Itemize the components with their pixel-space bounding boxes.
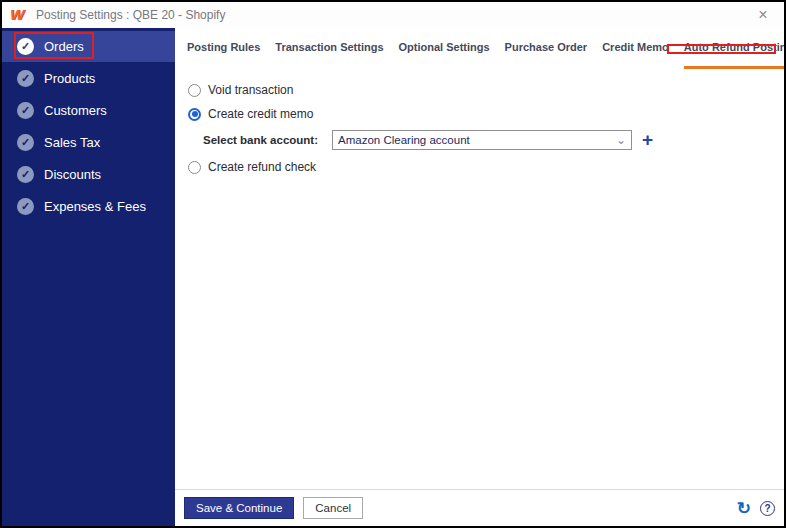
tab-label: Auto Refund Posting	[684, 41, 784, 53]
add-bank-account-button[interactable]: +	[642, 131, 653, 149]
sidebar-item-label: Sales Tax	[44, 135, 100, 150]
check-circle-icon: ✓	[17, 134, 34, 151]
tab-posting-rules[interactable]: Posting Rules	[187, 41, 260, 69]
auto-refund-settings-content: Void transaction Create credit memo Sele…	[175, 69, 784, 175]
sidebar-item-label: Expenses & Fees	[44, 199, 146, 214]
option-create-credit-memo[interactable]: Create credit memo	[188, 106, 784, 122]
radio-create-credit-memo[interactable]	[188, 108, 201, 121]
tab-purchase-order[interactable]: Purchase Order	[505, 41, 588, 69]
sidebar-item-sales-tax[interactable]: ✓ Sales Tax	[2, 127, 175, 158]
sidebar-item-products[interactable]: ✓ Products	[2, 63, 175, 94]
radio-label: Create credit memo	[208, 107, 313, 121]
check-circle-icon: ✓	[17, 38, 34, 55]
sidebar-item-label: Orders	[44, 39, 84, 54]
tab-auto-refund-posting[interactable]: Auto Refund Posting	[684, 41, 784, 69]
sidebar-item-label: Customers	[44, 103, 107, 118]
bank-account-select[interactable]: Amazon Clearing account ⌄	[332, 130, 632, 150]
sidebar-item-discounts[interactable]: ✓ Discounts	[2, 159, 175, 190]
radio-create-refund-check[interactable]	[188, 161, 201, 174]
main-panel: Posting Rules Transaction Settings Optio…	[175, 28, 784, 526]
sidebar-item-label: Discounts	[44, 167, 101, 182]
option-create-refund-check[interactable]: Create refund check	[188, 159, 784, 175]
footer-bar: Save & Continue Cancel ↻ ?	[175, 489, 784, 526]
bank-account-label: Select bank account:	[203, 134, 318, 146]
sidebar-item-label: Products	[44, 71, 95, 86]
cancel-button[interactable]: Cancel	[303, 497, 363, 519]
check-circle-icon: ✓	[17, 198, 34, 215]
option-void-transaction[interactable]: Void transaction	[188, 82, 784, 98]
radio-label: Void transaction	[208, 83, 293, 97]
tab-bar: Posting Rules Transaction Settings Optio…	[175, 28, 784, 69]
close-icon[interactable]: ×	[752, 7, 774, 23]
check-circle-icon: ✓	[17, 102, 34, 119]
help-icon[interactable]: ?	[760, 501, 775, 516]
tab-optional-settings[interactable]: Optional Settings	[399, 41, 490, 69]
webgility-logo-icon: W	[10, 7, 28, 23]
check-circle-icon: ✓	[17, 70, 34, 87]
tab-credit-memo[interactable]: Credit Memo	[602, 41, 669, 69]
sidebar-item-expenses-fees[interactable]: ✓ Expenses & Fees	[2, 191, 175, 222]
refresh-icon[interactable]: ↻	[737, 500, 751, 517]
sidebar-item-orders[interactable]: ✓ Orders	[2, 31, 175, 62]
chevron-down-icon: ⌄	[616, 135, 626, 145]
save-continue-button[interactable]: Save & Continue	[184, 497, 294, 519]
window-title: Posting Settings : QBE 20 - Shopify	[36, 8, 225, 22]
bank-account-value: Amazon Clearing account	[338, 134, 616, 146]
footer-icons: ↻ ?	[737, 500, 775, 517]
title-bar: W Posting Settings : QBE 20 - Shopify ×	[2, 2, 784, 28]
sidebar: ✓ Orders ✓ Products ✓ Customers ✓ Sales …	[2, 28, 175, 526]
bank-account-row: Select bank account: Amazon Clearing acc…	[203, 130, 784, 150]
check-circle-icon: ✓	[17, 166, 34, 183]
app-body: ✓ Orders ✓ Products ✓ Customers ✓ Sales …	[2, 28, 784, 526]
sidebar-item-customers[interactable]: ✓ Customers	[2, 95, 175, 126]
radio-label: Create refund check	[208, 160, 316, 174]
tab-transaction-settings[interactable]: Transaction Settings	[275, 41, 383, 69]
radio-void-transaction[interactable]	[188, 84, 201, 97]
posting-settings-window: W Posting Settings : QBE 20 - Shopify × …	[0, 0, 786, 528]
